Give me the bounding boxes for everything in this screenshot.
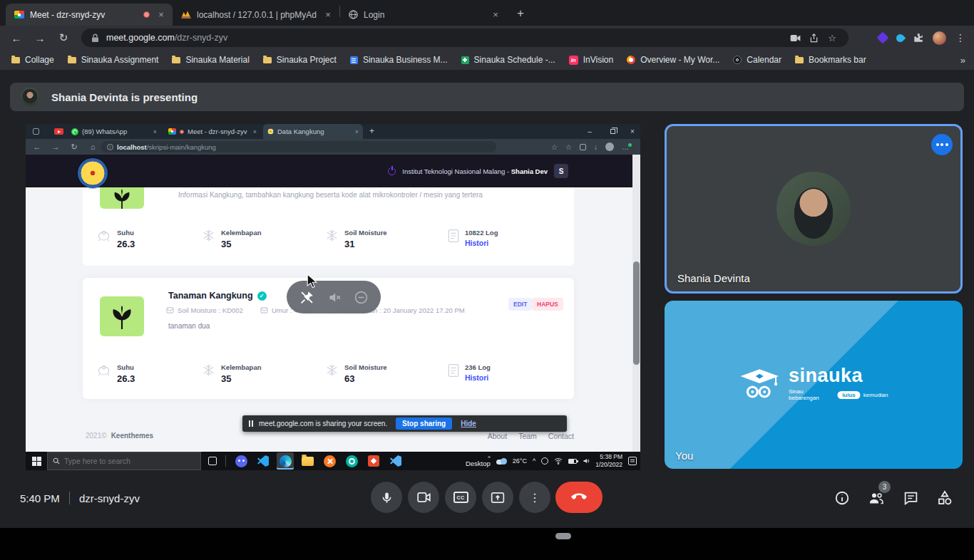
end-call-button[interactable] xyxy=(555,482,603,513)
xampp-icon[interactable] xyxy=(321,452,338,470)
search-input[interactable] xyxy=(64,457,178,465)
participant-tile-you[interactable]: sinauka Sinau bebarengan lulus kemudian … xyxy=(665,301,963,469)
audio-off-icon[interactable] xyxy=(327,290,342,305)
taskbar-clock[interactable]: 5:38 PM 1/20/2022 xyxy=(595,453,622,468)
footer-link-about[interactable]: About xyxy=(488,432,507,440)
remove-icon[interactable] xyxy=(354,290,369,305)
user-avatar[interactable]: S xyxy=(554,164,568,178)
file-explorer-icon[interactable] xyxy=(299,452,316,470)
back-button[interactable]: ← xyxy=(7,28,26,47)
profile-avatar[interactable] xyxy=(933,31,946,45)
edge-tab-data-kangkung[interactable]: Data Kangkung × xyxy=(263,124,363,139)
close-icon[interactable]: × xyxy=(355,128,359,135)
sync-icon[interactable] xyxy=(541,457,548,465)
teal-app-icon[interactable] xyxy=(343,452,360,470)
edge-icon[interactable] xyxy=(277,452,294,470)
home-button[interactable]: ⌂ xyxy=(86,139,100,155)
histori-link[interactable]: Histori xyxy=(465,373,491,382)
share-icon[interactable] xyxy=(804,33,823,43)
chevron-up-icon[interactable]: ^ xyxy=(533,457,535,465)
reload-button[interactable]: ↻ xyxy=(54,28,73,47)
bookmark-sinauka-material[interactable]: Sinauka Material xyxy=(172,55,249,65)
edge-tab-whatsapp[interactable]: (89) WhatsApp × xyxy=(67,124,161,139)
pause-icon[interactable] xyxy=(249,420,253,427)
histori-link[interactable]: Histori xyxy=(465,239,498,247)
forward-button[interactable]: → xyxy=(48,139,63,155)
close-icon[interactable]: × xyxy=(490,9,501,20)
camera-in-use-icon[interactable] xyxy=(786,34,804,42)
scrollbar-thumb[interactable] xyxy=(633,261,640,365)
start-button-icon[interactable] xyxy=(32,457,36,461)
desktop-toolbar[interactable]: » Desktop xyxy=(466,455,491,468)
edge-profile-avatar[interactable] xyxy=(605,142,614,151)
new-tab-button[interactable]: + xyxy=(511,4,530,23)
bookmark-star-icon[interactable]: ☆ xyxy=(823,33,841,43)
footer-link-contact[interactable]: Contact xyxy=(548,432,574,440)
stop-sharing-button[interactable]: Stop sharing xyxy=(396,418,452,430)
restore-icon[interactable] xyxy=(605,124,620,139)
close-icon[interactable]: × xyxy=(322,9,334,20)
address-bar[interactable]: meet.google.com/dzr-snyd-zyv ☆ xyxy=(81,28,849,47)
minimize-icon[interactable]: – xyxy=(582,124,598,139)
volume-icon[interactable] xyxy=(583,457,590,465)
camera-button[interactable] xyxy=(408,482,439,513)
extension-diamond-icon[interactable] xyxy=(877,32,889,44)
bookmark-invision[interactable]: inInVision xyxy=(569,55,613,65)
tab-meet[interactable]: Meet - dzr-snyd-zyv × xyxy=(6,4,173,26)
bookmark-overview[interactable]: Overview - My Wor... xyxy=(627,55,719,65)
bookmarks-overflow-icon[interactable]: » xyxy=(960,55,965,66)
meeting-details-button[interactable] xyxy=(833,489,851,507)
close-icon[interactable]: × xyxy=(155,9,167,20)
edge-tab-meet[interactable]: Meet - dzr-snyd-zyv × xyxy=(164,124,261,139)
tab-login[interactable]: Login × xyxy=(340,4,507,26)
visual-studio-icon[interactable] xyxy=(387,452,404,470)
power-icon[interactable] xyxy=(388,167,396,175)
edit-button[interactable]: EDIT xyxy=(508,298,532,311)
action-center-icon[interactable] xyxy=(628,457,637,465)
close-icon[interactable]: × xyxy=(253,128,257,135)
page-info-icon[interactable]: i xyxy=(107,144,113,150)
chat-button[interactable] xyxy=(901,489,920,507)
edge-new-tab-button[interactable]: + xyxy=(369,126,374,136)
back-button[interactable]: ← xyxy=(30,139,44,155)
present-button[interactable] xyxy=(482,482,513,513)
unpin-icon[interactable] xyxy=(299,290,314,305)
discord-icon[interactable] xyxy=(232,452,250,470)
delete-button[interactable]: HAPUS xyxy=(532,298,563,311)
task-view-icon[interactable] xyxy=(208,457,217,465)
forward-button[interactable]: → xyxy=(31,28,49,47)
browser-menu-icon[interactable]: ⋮ xyxy=(955,32,965,43)
captions-button[interactable]: CC xyxy=(445,482,476,513)
microphone-button[interactable] xyxy=(371,482,402,513)
extensions-puzzle-icon[interactable] xyxy=(913,33,923,43)
keenthemes-link[interactable]: Keenthemes xyxy=(111,432,153,440)
weather-icon[interactable] xyxy=(496,457,507,465)
hide-link[interactable]: Hide xyxy=(461,420,476,427)
participants-button[interactable]: 3 xyxy=(867,489,886,507)
youtube-pinned-tab-icon[interactable] xyxy=(54,128,63,135)
edge-menu-icon[interactable]: … xyxy=(622,143,629,151)
bookmark-sinauka-schedule[interactable]: Sinauka Schedule -... xyxy=(461,55,555,65)
web-capture-icon[interactable] xyxy=(580,144,586,150)
close-icon[interactable]: × xyxy=(153,128,157,135)
more-options-button[interactable]: ⋮ xyxy=(519,482,550,513)
collections-icon[interactable]: ☆ xyxy=(565,143,572,151)
vscode-icon[interactable] xyxy=(255,452,272,470)
itn-malang-logo[interactable] xyxy=(78,158,108,188)
downloads-icon[interactable]: ↓ xyxy=(594,143,598,151)
wifi-icon[interactable] xyxy=(554,457,563,465)
bookmark-sinauka-project[interactable]: Sinauka Project xyxy=(263,55,337,65)
activities-button[interactable] xyxy=(935,489,954,507)
bookmark-sinauka-assignment[interactable]: Sinauka Assignment xyxy=(68,55,159,65)
bookmark-sinauka-business[interactable]: Sinauka Business M... xyxy=(350,55,448,65)
battery-icon[interactable] xyxy=(568,459,577,464)
footer-link-team[interactable]: Team xyxy=(518,432,537,440)
bookmark-collage[interactable]: Collage xyxy=(11,55,54,65)
favorites-star-icon[interactable]: ☆ xyxy=(551,143,558,151)
tab-phpmyadmin[interactable]: localhost / 127.0.0.1 | phpMyAdm × xyxy=(173,4,339,26)
reload-button[interactable]: ↻ xyxy=(67,139,81,155)
red-app-icon[interactable] xyxy=(365,452,382,470)
taskbar-search[interactable] xyxy=(47,452,201,470)
extension-drop-icon[interactable] xyxy=(895,32,906,43)
bookmark-bookmarks-bar[interactable]: Bookmarks bar xyxy=(795,55,866,65)
